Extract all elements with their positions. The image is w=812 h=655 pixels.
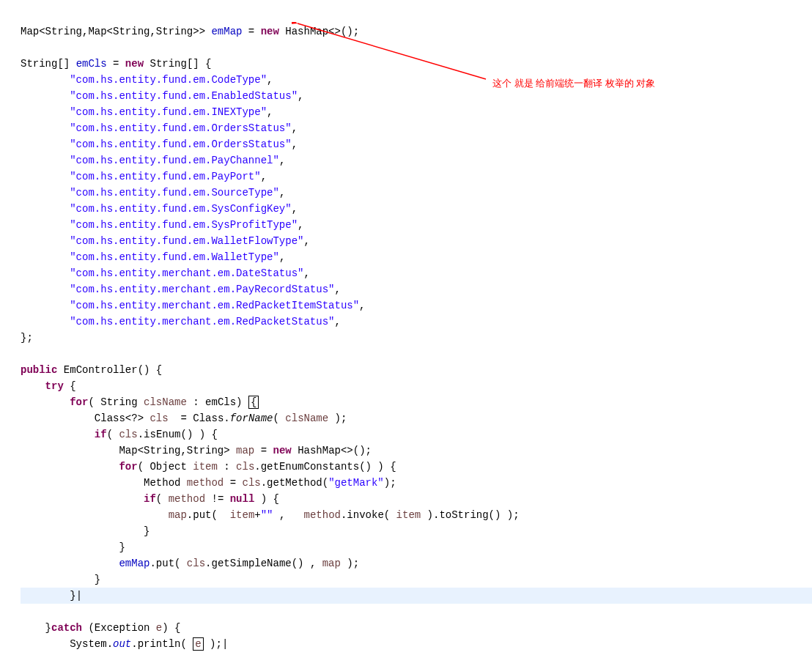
code-line: "com.hs.entity.merchant.em.PayRecordStat…: [21, 284, 341, 295]
code-line: public EmController() {: [21, 364, 162, 376]
code-line: Method method = cls.getMethod("getMark")…: [21, 477, 396, 489]
annotation-text: 这个 就是 给前端统一翻译 枚举的 对象: [492, 77, 655, 90]
code-line: }: [21, 574, 100, 585]
code-line: if( cls.isEnum() ) {: [21, 429, 218, 440]
code-line: "com.hs.entity.fund.em.WalletFlowType",: [21, 235, 310, 247]
code-line: };: [21, 332, 33, 344]
code-line: "com.hs.entity.merchant.em.RedPacketStat…: [21, 316, 341, 328]
code-line: "com.hs.entity.fund.em.PayChannel",: [21, 155, 285, 166]
code-line: "com.hs.entity.fund.em.OrdersStatus",: [21, 122, 298, 134]
code-line: System.out.println( e );|: [21, 637, 228, 651]
code-line: "com.hs.entity.fund.em.EnabledStatus",: [21, 90, 303, 102]
code-line: }: [21, 541, 125, 553]
code-line: map.put( item+"" , method.invoke( item )…: [21, 509, 520, 521]
code-line: "com.hs.entity.fund.em.INEXType",: [21, 106, 273, 118]
code-line: "com.hs.entity.fund.em.SysProfitType",: [21, 219, 303, 231]
code-line: Map<String,Map<String,String>> emMap = n…: [21, 26, 359, 37]
code-line: if( method != null ) {: [21, 493, 279, 505]
code-line: "com.hs.entity.fund.em.SourceType",: [21, 187, 285, 199]
code-line: Map<String,String> map = new HashMap<>()…: [21, 445, 372, 456]
code-line: "com.hs.entity.fund.em.PayPort",: [21, 171, 267, 182]
highlighted-line: }|: [21, 588, 812, 604]
code-line: emMap.put( cls.getSimpleName() , map );: [21, 558, 359, 569]
code-line: "com.hs.entity.fund.em.OrdersStatus",: [21, 138, 298, 150]
code-line: for( Object item : cls.getEnumConstants(…: [21, 461, 396, 473]
code-editor[interactable]: Map<String,Map<String,String>> emMap = n…: [0, 0, 812, 655]
code-line: "com.hs.entity.fund.em.CodeType",: [21, 74, 273, 86]
code-line: }catch (Exception e) {: [21, 622, 180, 634]
code-line: "com.hs.entity.merchant.em.DateStatus",: [21, 267, 310, 279]
code-line: String[] emCls = new String[] {: [21, 58, 212, 70]
code-line: "com.hs.entity.fund.em.WalletType",: [21, 251, 285, 263]
code-line: try {: [21, 380, 76, 392]
code-line: "com.hs.entity.fund.em.SysConfigKey",: [21, 203, 298, 215]
code-line: }: [21, 525, 150, 537]
code-line: "com.hs.entity.merchant.em.RedPacketItem…: [21, 300, 366, 311]
code-line: Class<?> cls = Class.forName( clsName );: [21, 412, 347, 424]
code-line: for( String clsName : emCls) {: [21, 396, 259, 409]
